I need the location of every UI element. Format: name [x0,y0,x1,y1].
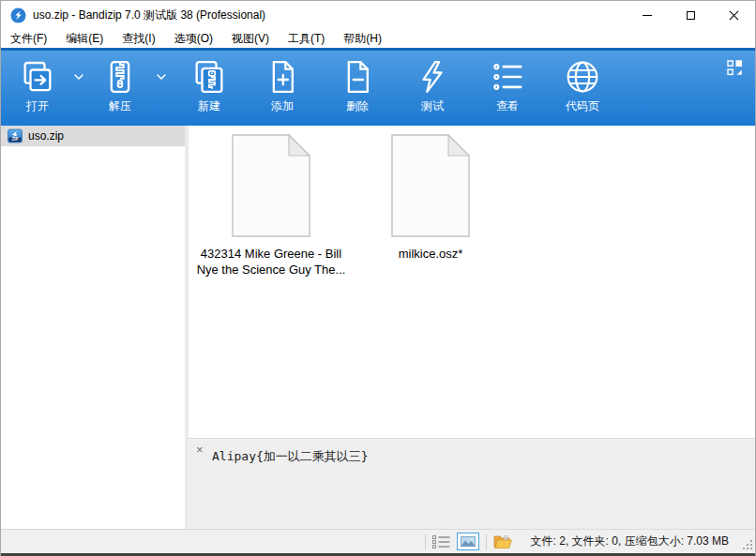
archive-tree-sidebar: ZIP uso.zip [1,126,185,529]
codepage-label: 代码页 [566,98,599,114]
open-archive-icon [19,58,56,96]
open-button[interactable]: 打开 [8,51,67,126]
sidebar-item-uso-zip[interactable]: ZIP uso.zip [1,126,185,146]
minimize-icon [643,15,652,16]
menu-options[interactable]: 选项(O) [165,29,222,48]
open-dropdown-button[interactable] [67,51,91,103]
zip-file-icon: ZIP [8,128,23,143]
open-archive-folder-icon [493,534,512,549]
extract-dropdown-button[interactable] [149,51,174,103]
thumbnail-view-button[interactable] [457,533,479,550]
menu-help[interactable]: 帮助(H) [334,29,391,48]
menu-bar: 文件(F) 编辑(E) 查找(I) 选项(O) 视图(V) 工具(T) 帮助(H… [1,29,755,48]
extract-icon [101,58,139,96]
test-archive-button[interactable]: 测试 [395,51,470,126]
svg-text:ZIP: ZIP [11,137,18,142]
document-icon [232,134,310,237]
file-name-label: milkice.osz* [399,246,463,262]
codepage-globe-icon [564,58,601,96]
view-file-button[interactable]: 查看 [470,51,545,126]
bandizip-logo-icon [10,8,26,23]
app-body: ZIP uso.zip 432314 Mike Greene - Bill Ny… [1,126,755,529]
open-label: 打开 [26,98,49,114]
extract-button[interactable]: 解压 [91,51,149,126]
sidebar-item-label: uso.zip [28,129,64,143]
menu-file[interactable]: 文件(F) [1,29,56,48]
archive-comment-text: Alipay{加一以二乘其以三} [212,448,369,465]
add-files-icon [264,58,301,96]
statusbar-separator [486,534,487,549]
new-archive-label: 新建 [198,98,220,114]
chevron-down-icon [74,74,83,80]
file-name-line1: 432314 Mike Greene - Bill [197,246,346,262]
customize-toolbar-icon[interactable] [727,60,743,76]
file-name-line1: milkice.osz* [399,246,463,262]
main-toolbar: 打开 解压 [1,48,755,126]
test-archive-icon [414,58,451,96]
file-name-line2: Nye the Science Guy The... [197,262,346,278]
new-archive-icon [190,58,228,96]
resize-grip[interactable] [742,539,753,550]
file-item[interactable]: 432314 Mike Greene - Bill Nye the Scienc… [191,134,351,278]
content-pane: 432314 Mike Greene - Bill Nye the Scienc… [189,126,755,529]
delete-files-icon [339,58,376,96]
add-files-label: 添加 [271,98,294,114]
minimize-button[interactable] [626,1,669,29]
comment-close-icon[interactable]: × [196,443,204,456]
chevron-down-icon [157,74,166,80]
window-title: uso.zip - Bandizip 7.0 测试版 38 (Professio… [33,8,265,23]
statusbar-separator [425,534,426,549]
file-item[interactable]: milkice.osz* [351,134,510,262]
archive-comment-panel: × Alipay{加一以二乘其以三} [189,438,755,529]
codepage-button[interactable]: 代码页 [545,51,620,126]
maximize-button[interactable] [669,1,712,29]
close-button[interactable] [712,1,755,29]
details-view-icon [432,535,451,548]
menu-find[interactable]: 查找(I) [113,29,164,48]
archive-summary-text: 文件: 2, 文件夹: 0, 压缩包大小: 7.03 MB [531,533,729,549]
test-archive-label: 测试 [421,98,444,114]
details-view-button[interactable] [432,535,451,548]
open-archive-folder-button[interactable] [493,534,512,549]
menu-edit[interactable]: 编辑(E) [56,29,113,48]
view-list-icon [489,58,526,96]
close-icon [729,10,739,21]
delete-files-label: 删除 [346,98,369,114]
menu-view[interactable]: 视图(V) [222,29,279,48]
view-file-label: 查看 [496,98,519,114]
status-bar: 文件: 2, 文件夹: 0, 压缩包大小: 7.03 MB [1,529,755,553]
delete-files-button[interactable]: 删除 [320,51,395,126]
extract-label: 解压 [109,98,131,114]
add-files-button[interactable]: 添加 [245,51,320,126]
new-archive-button[interactable]: 新建 [174,51,245,126]
bandizip-window: uso.zip - Bandizip 7.0 测试版 38 (Professio… [0,0,756,556]
window-controls [626,1,755,29]
maximize-icon [687,11,695,20]
file-list-area[interactable]: 432314 Mike Greene - Bill Nye the Scienc… [189,126,755,438]
menu-tools[interactable]: 工具(T) [279,29,334,48]
file-name-label: 432314 Mike Greene - Bill Nye the Scienc… [197,246,346,278]
document-icon [391,134,470,237]
title-bar: uso.zip - Bandizip 7.0 测试版 38 (Professio… [1,1,755,29]
thumbnail-view-icon [461,536,476,547]
